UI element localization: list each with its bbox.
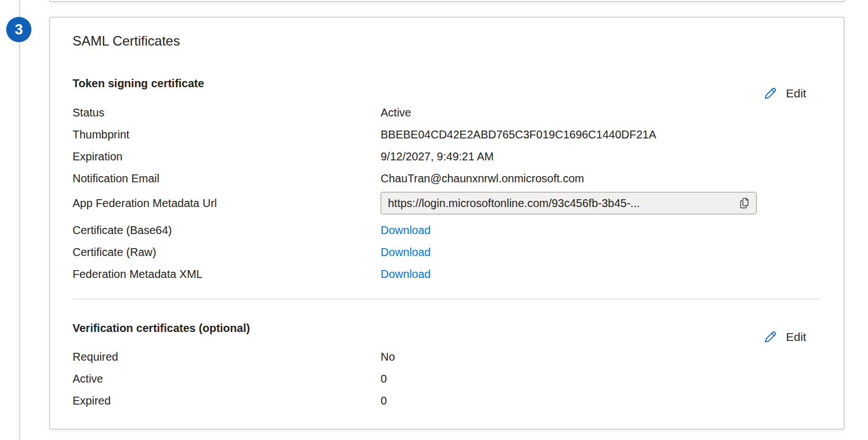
expired-count-row: Expired 0 [73, 390, 821, 412]
download-certificate-base64-link[interactable]: Download [381, 224, 431, 236]
section-divider [73, 299, 821, 299]
notification-email-label: Notification Email [73, 168, 381, 190]
step-3-badge: 3 [6, 17, 31, 42]
thumbprint-label: Thumbprint [73, 124, 381, 146]
status-row: Status Active [73, 102, 821, 124]
expiration-value: 9/12/2027, 9:49:21 AM [381, 146, 821, 168]
notification-email-row: Notification Email ChauTran@chaunxnrwl.o… [73, 168, 821, 190]
required-row: Required No [73, 346, 821, 368]
status-value: Active [381, 102, 821, 124]
sso-setup-page: 3 SAML Certificates Token signing certif… [0, 0, 868, 440]
thumbprint-value: BBEBE04CD42E2ABD765C3F019C1696C1440DF21A [381, 124, 821, 146]
required-value: No [381, 346, 821, 368]
verification-certificates-heading: Verification certificates (optional) [73, 320, 821, 336]
app-federation-metadata-url-label: App Federation Metadata Url [73, 190, 381, 217]
download-certificate-raw-link[interactable]: Download [381, 246, 431, 258]
certificate-base64-label: Certificate (Base64) [73, 219, 381, 241]
edit-label: Edit [786, 87, 806, 100]
token-certificate-properties: Status Active Thumbprint BBEBE04CD42E2AB… [73, 102, 821, 285]
active-count-value: 0 [381, 368, 821, 390]
verification-certificate-properties: Required No Active 0 Expired 0 [73, 346, 821, 412]
metadata-url-field[interactable]: https://login.microsoftonline.com/93c456… [381, 192, 757, 214]
expiration-label: Expiration [73, 146, 381, 168]
token-signing-certificate-heading: Token signing certificate [73, 75, 821, 91]
expired-count-label: Expired [73, 390, 381, 412]
copy-icon [738, 196, 751, 210]
expiration-row: Expiration 9/12/2027, 9:49:21 AM [73, 146, 821, 168]
notification-email-value: ChauTran@chaunxnrwl.onmicrosoft.com [381, 168, 821, 190]
saml-certificates-card: SAML Certificates Token signing certific… [49, 17, 844, 429]
step-number: 3 [15, 21, 22, 38]
certificate-raw-label: Certificate (Raw) [73, 241, 381, 263]
expired-count-value: 0 [381, 390, 821, 412]
pencil-icon [762, 86, 778, 101]
edit-label: Edit [786, 330, 806, 344]
certificate-raw-row: Certificate (Raw) Download [73, 241, 821, 263]
metadata-url-value: https://login.microsoftonline.com/93c456… [388, 190, 731, 217]
federation-metadata-xml-row: Federation Metadata XML Download [73, 263, 821, 285]
required-label: Required [73, 346, 381, 368]
card-title: SAML Certificates [73, 32, 821, 50]
edit-token-signing-certificate-button[interactable]: Edit [762, 82, 806, 105]
copy-url-button[interactable] [735, 194, 754, 213]
edit-verification-certificates-button[interactable]: Edit [762, 326, 806, 348]
status-label: Status [73, 102, 381, 124]
active-count-row: Active 0 [73, 368, 821, 390]
active-count-label: Active [73, 368, 381, 390]
thumbprint-row: Thumbprint BBEBE04CD42E2ABD765C3F019C169… [73, 124, 821, 146]
federation-metadata-xml-label: Federation Metadata XML [73, 263, 381, 285]
certificate-base64-row: Certificate (Base64) Download [73, 219, 821, 241]
step-connector-line [19, 0, 20, 440]
download-federation-metadata-xml-link[interactable]: Download [381, 268, 431, 280]
previous-card-bottom-edge [49, 0, 844, 2]
download-rows: Certificate (Base64) Download Certificat… [73, 219, 821, 285]
pencil-icon [762, 329, 778, 345]
app-federation-metadata-url-row: App Federation Metadata Url https://logi… [73, 190, 821, 217]
